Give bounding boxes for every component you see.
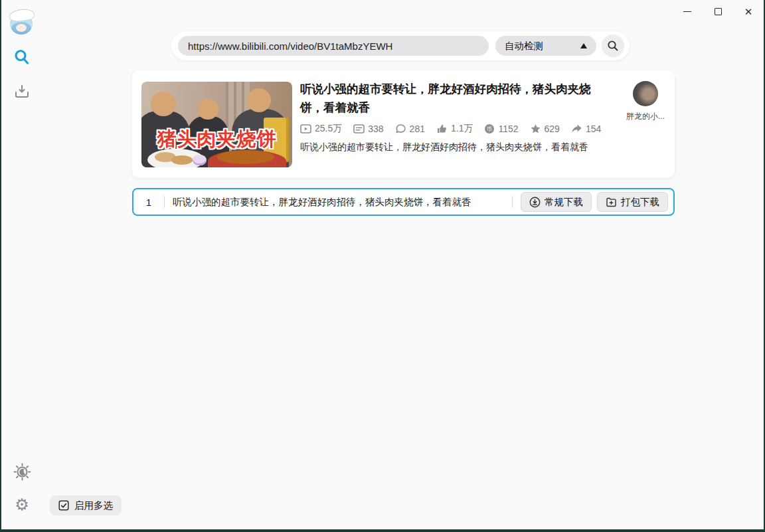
stat-value: 1152	[498, 124, 518, 134]
episode-index: 1	[133, 197, 164, 208]
sidebar-item-search[interactable]	[13, 48, 31, 66]
sidebar-item-settings[interactable]: ⚙	[13, 495, 31, 514]
thumbnail-decor	[197, 99, 218, 120]
enable-multiselect-button[interactable]: 启用多选	[50, 495, 122, 515]
stat-value: 281	[410, 124, 425, 134]
minimize-icon	[683, 11, 691, 12]
like-icon	[436, 124, 448, 134]
checkbox-checked-icon	[58, 500, 69, 511]
app-logo-decor	[16, 24, 27, 32]
gear-icon: ⚙	[15, 495, 29, 514]
stat-value: 338	[368, 124, 383, 134]
desktop-edge-left	[0, 0, 1, 532]
stat-share-count: 154	[571, 124, 601, 134]
video-result-card[interactable]: 猪头肉夹烧饼 听说小强的超市要转让，胖龙好酒好肉招待，猪头肉夹烧饼，看着就香 2…	[132, 70, 675, 178]
episode-actions: 常规下载 打包下载	[521, 192, 668, 212]
close-icon: ✕	[744, 7, 753, 17]
video-thumbnail[interactable]: 猪头肉夹烧饼	[141, 82, 292, 167]
comment-icon	[395, 124, 406, 134]
thumbnail-decor	[193, 155, 206, 166]
video-stats-row: 25.5万 338 281	[300, 123, 607, 135]
stat-coin-count: 币 1152	[484, 124, 518, 134]
stat-favorite-count: 629	[530, 124, 560, 134]
package-add-icon	[606, 197, 617, 208]
stat-value: 154	[586, 124, 601, 134]
uploader-name: 胖龙的小...	[624, 111, 667, 122]
url-search-bar: 自动检测	[171, 31, 630, 60]
window-controls: ✕	[679, 3, 757, 20]
theme-sun-moon-icon	[13, 463, 31, 481]
stat-value: 629	[545, 124, 560, 134]
stat-danmaku-count: 338	[353, 124, 383, 134]
download-circle-icon	[529, 197, 541, 208]
divider	[512, 196, 513, 208]
thumbnail-caption: 猪头肉夹烧饼	[141, 126, 292, 153]
normal-download-label: 常规下载	[545, 196, 583, 209]
stat-value: 1.1万	[451, 123, 473, 135]
danmaku-icon	[353, 124, 365, 134]
minimize-button[interactable]	[679, 3, 696, 20]
search-submit-button[interactable]	[602, 35, 624, 57]
search-submit-icon	[607, 40, 619, 52]
desktop-edge-bottom	[0, 529, 765, 532]
stat-play-count: 25.5万	[300, 123, 342, 135]
search-icon	[13, 48, 31, 66]
svg-text:币: 币	[487, 126, 492, 132]
site-detect-dropdown[interactable]: 自动检测	[495, 36, 596, 56]
package-download-button[interactable]: 打包下载	[597, 192, 668, 212]
maximize-icon	[715, 8, 722, 15]
thumbnail-decor	[151, 92, 177, 116]
normal-download-button[interactable]: 常规下载	[521, 192, 592, 212]
uploader[interactable]: 胖龙的小...	[624, 81, 667, 122]
enable-multiselect-label: 启用多选	[74, 499, 113, 512]
download-tray-icon	[13, 83, 31, 100]
share-icon	[571, 124, 582, 134]
sidebar: ⚙	[1, 0, 42, 532]
sidebar-item-theme-toggle[interactable]	[13, 462, 31, 481]
video-title: 听说小强的超市要转让，胖龙好酒好肉招待，猪头肉夹烧饼，看着就香	[300, 80, 607, 117]
uploader-avatar[interactable]	[633, 81, 658, 106]
episode-title: 听说小强的超市要转让，胖龙好酒好肉招待，猪头肉夹烧饼，看着就香	[165, 196, 512, 209]
coin-icon: 币	[484, 124, 495, 134]
episode-row-selected[interactable]: 1 听说小强的超市要转让，胖龙好酒好肉招待，猪头肉夹烧饼，看着就香 常规下载 打…	[132, 188, 675, 216]
favorite-icon	[530, 124, 541, 134]
stat-like-count: 1.1万	[436, 123, 473, 135]
play-count-icon	[300, 124, 311, 134]
sidebar-item-downloads[interactable]	[13, 82, 31, 101]
app-logo	[9, 9, 35, 36]
stat-comment-count: 281	[395, 124, 425, 134]
video-info: 听说小强的超市要转让，胖龙好酒好肉招待，猪头肉夹烧饼，看着就香 25.5万 33…	[300, 80, 607, 153]
url-input[interactable]	[178, 36, 489, 56]
stat-value: 25.5万	[315, 123, 342, 135]
close-button[interactable]: ✕	[740, 3, 757, 20]
maximize-button[interactable]	[709, 3, 726, 20]
dropdown-arrow-up-icon	[580, 43, 587, 48]
video-description: 听说小强的超市要转让，胖龙好酒好肉招待，猪头肉夹烧饼，看着就香	[300, 141, 607, 153]
site-detect-label: 自动检测	[505, 40, 543, 52]
package-download-label: 打包下载	[621, 196, 659, 209]
